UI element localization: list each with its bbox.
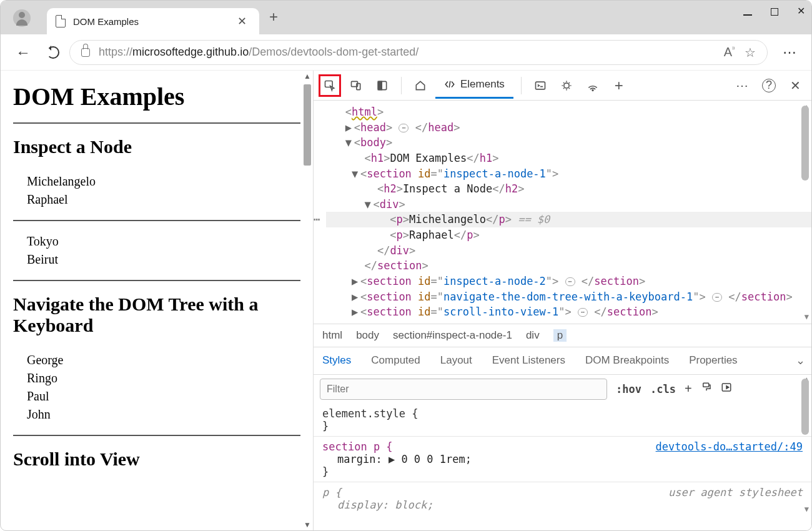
dom-breadcrumb[interactable]: html body section#inspect-a-node-1 div p [314,324,811,347]
new-style-rule-button[interactable]: + [685,382,692,396]
device-emulation-button[interactable] [345,74,367,97]
tab-title: DOM Examples [73,16,234,27]
window-controls: ✕ [743,7,805,18]
url-text: https://microsoftedge.github.io/Demos/de… [99,46,418,59]
tab-close-button[interactable]: ✕ [234,12,250,31]
styles-rules[interactable]: element.style { } devtools-do…started/:4… [314,404,811,515]
list-item: Beirut [27,251,300,269]
browser-menu-button[interactable]: ⋯ [778,44,803,61]
refresh-button[interactable] [47,46,59,59]
inspect-element-button[interactable] [319,74,341,97]
event-listeners-tab[interactable]: Event Listeners [490,348,568,373]
devtools-toolbar: Elements + ⋯ ? ✕ [314,71,811,101]
svg-point-6 [564,82,569,87]
console-tab-button[interactable] [529,74,552,97]
network-conditions-button[interactable] [582,74,604,97]
favorite-icon[interactable]: ☆ [745,45,756,60]
paint-icon[interactable] [701,382,712,396]
minimize-button[interactable] [743,7,752,18]
properties-tab[interactable]: Properties [686,348,740,373]
list-item: Paul [27,387,300,405]
help-button[interactable]: ? [758,74,780,97]
layout-tab[interactable]: Layout [438,348,475,373]
dock-side-button[interactable] [371,74,394,97]
more-tabs-button[interactable]: + [608,74,630,97]
user-agent-label: user agent stylesheet [668,486,803,499]
section-heading-3: Scroll into View [13,449,300,470]
styles-filter-row: :hov .cls + [314,374,811,404]
computed-sidebar-toggle[interactable] [721,382,732,396]
page-icon [56,15,66,27]
welcome-tab-button[interactable] [409,74,432,97]
close-window-button[interactable]: ✕ [797,7,805,18]
issues-tab-button[interactable] [555,74,578,97]
lock-icon [81,48,90,57]
svg-rect-5 [535,82,545,89]
titlebar: DOM Examples ✕ + ✕ [1,1,811,34]
list-item: Ringo [27,369,300,387]
browser-toolbar: ← https://microsoftedge.github.io/Demos/… [1,34,811,71]
dom-tree[interactable]: <html> ▶<head> ⋯ </head> ▼<body> <h1>DOM… [314,101,811,324]
breadcrumb-item[interactable]: html [322,329,342,342]
list-item: Raphael [27,191,300,209]
elements-tab-label: Elements [460,78,505,91]
breadcrumb-item[interactable]: section#inspect-a-node-1 [393,329,512,342]
list-item: Tokyo [27,232,300,251]
styles-tab[interactable]: Styles [320,348,354,373]
more-subtabs-button[interactable]: ⌄ [796,354,805,367]
dom-breakpoints-tab[interactable]: DOM Breakpoints [583,348,671,373]
page-heading: DOM Examples [13,82,300,111]
page-scrollbar[interactable]: ▲ ▼ [302,71,313,530]
computed-tab[interactable]: Computed [369,348,422,373]
list-item: George [27,351,300,369]
section-heading-1: Inspect a Node [13,136,300,157]
dom-selected-node: <p>Michelangelo</p> == $0 [326,212,811,227]
styles-subtabs: Styles Computed Layout Event Listeners D… [314,347,811,374]
svg-point-7 [592,89,593,91]
hover-toggle[interactable]: :hov [616,383,641,395]
styles-filter-input[interactable] [320,379,607,400]
maximize-button[interactable] [771,7,778,18]
elements-tab[interactable]: Elements [435,72,513,99]
address-bar[interactable]: https://microsoftedge.github.io/Demos/de… [69,40,768,65]
element-style-selector: element.style { [322,407,418,420]
section-heading-2: Navigate the DOM Tree with a Keyboard [13,294,300,336]
back-button[interactable]: ← [9,40,37,65]
styles-scrollbar[interactable] [801,379,809,435]
browser-tab[interactable]: DOM Examples ✕ [47,8,259,34]
read-aloud-icon[interactable]: A⁾⁾ [724,45,735,59]
devtools-more-button[interactable]: ⋯ [731,74,754,97]
devtools-panel: Elements + ⋯ ? ✕ <html> ▶<head> ⋯ </head… [313,71,811,530]
breadcrumb-item[interactable]: body [356,329,379,342]
close-devtools-button[interactable]: ✕ [784,74,806,97]
class-toggle[interactable]: .cls [650,383,676,395]
breadcrumb-item-selected[interactable]: p [553,329,567,342]
page-content: DOM Examples Inspect a Node Michelangelo… [1,71,313,530]
list-item: Michelangelo [27,172,300,191]
svg-rect-4 [378,81,382,89]
profile-avatar[interactable] [13,9,31,27]
dom-scrollbar[interactable] [801,106,809,181]
new-tab-button[interactable]: + [259,3,288,31]
source-link[interactable]: devtools-do…started/:49 [656,440,803,453]
list-item: John [27,405,300,424]
svg-rect-8 [703,384,708,387]
breadcrumb-item[interactable]: div [526,329,540,342]
